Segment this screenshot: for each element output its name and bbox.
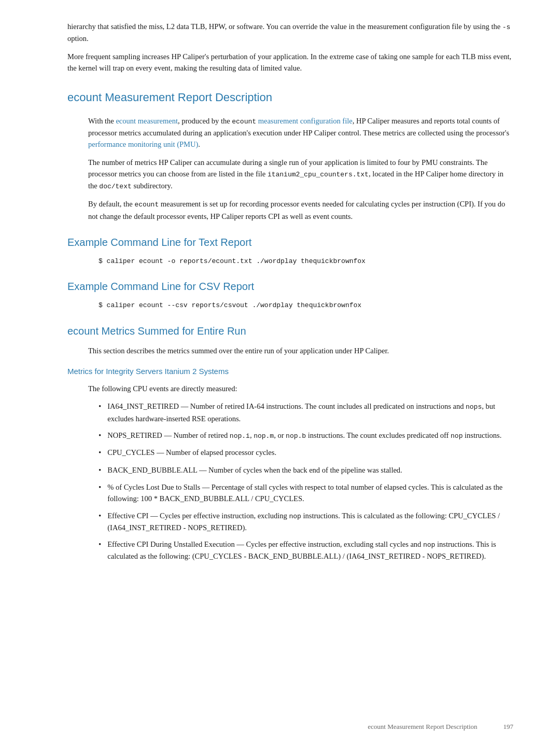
list-item: % of Cycles Lost Due to Stalls — Percent… — [99, 481, 513, 505]
pmu-link[interactable]: performance monitoring unit (PMU) — [88, 140, 198, 148]
ecount-para1: With the ecount measurement, produced by… — [88, 115, 513, 150]
ecount-para3: By default, the ecount measurement is se… — [88, 198, 513, 222]
ecount-para2: The number of metrics HP Caliper can acc… — [88, 157, 513, 192]
page-content: hierarchy that satisfied the miss, L2 da… — [67, 21, 513, 562]
integrity-para1: The following CPU events are directly me… — [88, 383, 513, 394]
page-footer: ecount Measurement Report Description 19… — [0, 722, 560, 732]
metrics-bullet-list: IA64_INST_RETIRED — Number of retired IA… — [99, 400, 513, 562]
list-item: IA64_INST_RETIRED — Number of retired IA… — [99, 400, 513, 424]
list-item: BACK_END_BUBBLE.ALL — Number of cycles w… — [99, 464, 513, 476]
footer-section: ecount Measurement Report Description — [368, 722, 477, 732]
measurement-config-link[interactable]: measurement configuration file — [258, 117, 353, 125]
integrity-servers-heading: Metrics for Integrity Servers Itanium 2 … — [67, 366, 513, 378]
csv-report-heading: Example Command Line for CSV Report — [67, 279, 513, 294]
metrics-summed-para1: This section describes the metrics summe… — [88, 345, 513, 356]
list-item: NOPS_RETIRED — Number of retired nop.i, … — [99, 430, 513, 441]
ecount-measurement-link[interactable]: ecount measurement — [116, 117, 178, 125]
csv-report-command: $ caliper ecount --csv reports/csvout ./… — [99, 300, 513, 311]
intro-para2: More frequent sampling increases HP Cali… — [67, 51, 513, 74]
intro-para1: hierarchy that satisfied the miss, L2 da… — [67, 21, 513, 45]
list-item: Effective CPI — Cycles per effective ins… — [99, 510, 513, 534]
metrics-summed-heading: ecount Metrics Summed for Entire Run — [67, 323, 513, 339]
list-item: Effective CPI During Unstalled Execution… — [99, 538, 513, 562]
text-report-command: $ caliper ecount -o reports/ecount.txt .… — [99, 256, 513, 267]
section-ecount-heading: ecount Measurement Report Description — [67, 89, 513, 108]
list-item: CPU_CYCLES — Number of elapsed processor… — [99, 447, 513, 459]
text-report-heading: Example Command Line for Text Report — [67, 234, 513, 250]
footer-page: 197 — [503, 722, 514, 732]
